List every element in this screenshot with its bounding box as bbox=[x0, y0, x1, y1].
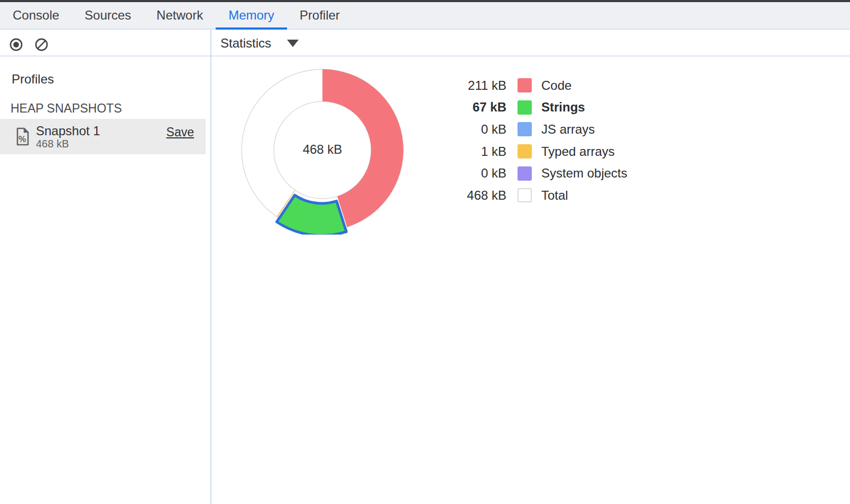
save-link[interactable]: Save bbox=[167, 125, 194, 139]
svg-text:%: % bbox=[19, 135, 26, 144]
legend-swatch-icon bbox=[518, 188, 532, 202]
legend-swatch-icon bbox=[518, 144, 532, 158]
legend-value: 0 kB bbox=[433, 122, 506, 137]
perspective-dropdown[interactable]: Statistics bbox=[220, 30, 299, 57]
chart-legend: 211 kBCode67 kBStrings0 kBJS arrays1 kBT… bbox=[433, 74, 627, 207]
heap-snapshots-heading: HEAP SNAPSHOTS bbox=[11, 101, 122, 116]
legend-value: 468 kB bbox=[433, 188, 506, 203]
legend-value: 0 kB bbox=[433, 166, 506, 181]
tab-sources[interactable]: Sources bbox=[72, 2, 144, 29]
legend-row-typed-arrays: 1 kBTyped arrays bbox=[433, 141, 627, 163]
pie-slice-strings[interactable] bbox=[277, 195, 347, 235]
legend-label: Code bbox=[541, 78, 571, 93]
profiles-title: Profiles bbox=[12, 72, 54, 87]
snapshot-texts: Snapshot 1 468 kB bbox=[36, 124, 167, 150]
legend-label: Strings bbox=[541, 100, 585, 115]
legend-value: 211 kB bbox=[433, 78, 506, 93]
legend-value: 1 kB bbox=[433, 144, 506, 159]
devtools-window: Console Sources Network Memory Profiler … bbox=[0, 0, 850, 504]
statistics-panel: 468 kB 211 kBCode67 kBStrings0 kBJS arra… bbox=[211, 58, 850, 504]
block-icon bbox=[34, 38, 49, 52]
tab-profiler[interactable]: Profiler bbox=[287, 2, 353, 29]
tab-memory[interactable]: Memory bbox=[216, 2, 287, 29]
chart-total-label: 468 kB bbox=[238, 142, 407, 157]
legend-row-system-objects: 0 kBSystem objects bbox=[433, 162, 627, 184]
legend-label: System objects bbox=[541, 166, 627, 181]
record-icon bbox=[9, 38, 23, 52]
legend-label: Total bbox=[541, 188, 568, 203]
tab-network[interactable]: Network bbox=[144, 2, 216, 29]
legend-row-strings: 67 kBStrings bbox=[433, 97, 627, 119]
dropdown-triangle-icon bbox=[287, 40, 299, 47]
record-heap-snapshot-button[interactable] bbox=[8, 36, 24, 52]
legend-label: Typed arrays bbox=[541, 144, 615, 159]
tab-console[interactable]: Console bbox=[0, 2, 72, 29]
legend-swatch-icon bbox=[518, 122, 532, 136]
legend-value: 67 kB bbox=[433, 100, 506, 115]
legend-swatch-icon bbox=[518, 100, 532, 115]
memory-toolbar: Statistics bbox=[0, 30, 850, 57]
snapshot-name: Snapshot 1 bbox=[36, 124, 167, 138]
tab-bar: Console Sources Network Memory Profiler bbox=[0, 2, 850, 30]
legend-row-total: 468 kBTotal bbox=[433, 184, 627, 207]
clear-profiles-button[interactable] bbox=[33, 36, 49, 52]
legend-swatch-icon bbox=[518, 78, 532, 92]
snapshot-item[interactable]: % Snapshot 1 468 kB Save bbox=[0, 119, 206, 154]
profiles-sidebar: Profiles HEAP SNAPSHOTS % Snapshot 1 468… bbox=[0, 58, 210, 504]
heap-snapshot-file-icon: % bbox=[16, 127, 30, 146]
legend-label: JS arrays bbox=[541, 122, 595, 137]
legend-row-js-arrays: 0 kBJS arrays bbox=[433, 118, 627, 141]
perspective-dropdown-value: Statistics bbox=[220, 36, 271, 51]
legend-swatch-icon bbox=[518, 166, 532, 181]
snapshot-size: 468 kB bbox=[36, 138, 167, 150]
legend-row-code: 211 kBCode bbox=[433, 74, 627, 97]
